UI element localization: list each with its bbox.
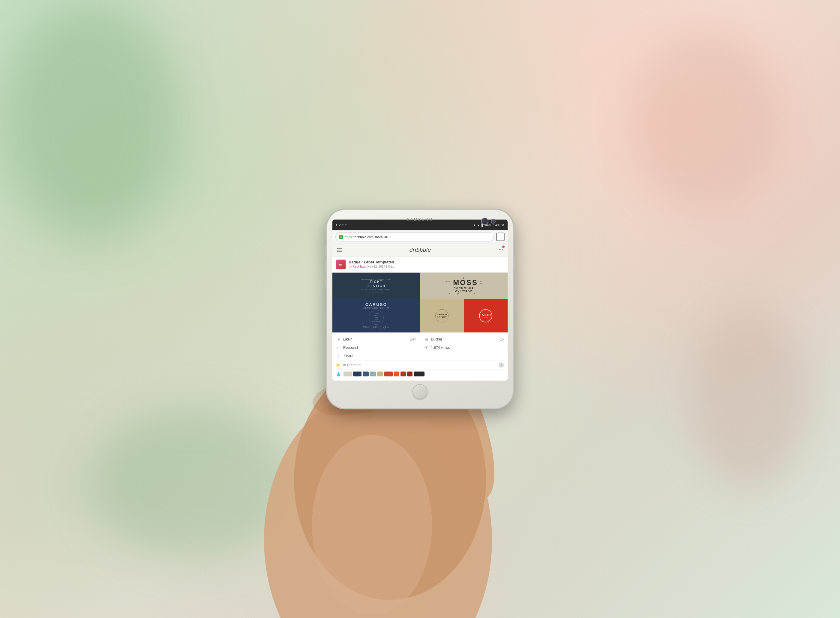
camera-area: [481, 218, 496, 225]
swatch-3: [363, 372, 369, 376]
home-side-button[interactable]: [325, 275, 327, 287]
like-action[interactable]: ♥ Like? 247: [336, 335, 420, 343]
bg-blur-blob-4: [690, 309, 810, 489]
rebound-icon: ↩: [336, 345, 341, 350]
year-04: 04: [480, 282, 482, 285]
eye-icon: 👁: [424, 345, 429, 350]
views-action: 👁 1,674 views: [420, 343, 504, 352]
swatch-1: [343, 372, 352, 376]
moss-sizes: S M L XL: [448, 292, 479, 295]
stich-label: STICH: [373, 284, 386, 287]
notification-dot: [502, 246, 505, 248]
hagen-circle: HAGEN SUPPLY: [479, 309, 492, 322]
url-input-box[interactable]: 🔒 https://dribbble.com/shots/1819: [335, 232, 494, 241]
rebound-views-row: ↩ Rebound 👁 1,674 views: [336, 343, 504, 352]
caruso-title: CARUSO: [365, 302, 387, 307]
badge-caruso: CARUSO HERITAGE DENIM GOOD QUALITY Since…: [332, 299, 420, 333]
dribbble-logo: dribbble: [410, 247, 431, 253]
rebound-action[interactable]: ↩ Rebound: [336, 343, 420, 352]
share-row[interactable]: ↑ Share: [336, 352, 504, 361]
caruso-quality-sub: QUALITY: [372, 314, 381, 316]
moss-title: MOSS: [453, 279, 478, 286]
shot-info: Badge / Label Templates by Raul Taciu No…: [349, 260, 504, 268]
folder-icon: 📁: [336, 363, 341, 367]
caruso-heritage: HERITAGE DENIM: [363, 307, 389, 309]
bg-blur-blob-1: [0, 0, 180, 240]
griffin-title: GRIFFINKNIGHT: [437, 313, 447, 318]
hagen-title: HAGEN: [479, 313, 492, 316]
trademark-label: ® TRADE MARK: [361, 291, 391, 293]
actions-area: ♥ Like? 247 ⊕ Bucket 15 ↩ Rebound: [332, 333, 508, 381]
moss-year-block: 20 04: [480, 281, 482, 285]
bg-blur-blob-2: [630, 30, 780, 210]
volume-up-button[interactable]: [325, 246, 327, 255]
shot-image: ORIGINAL DENIM USA TIGHT ✂ STICH CLOTHIN…: [332, 273, 508, 333]
bg-blur-blob-3: [90, 408, 300, 558]
caruso-authentic: AUTHENTIC: [372, 320, 381, 322]
swatch-5: [377, 372, 383, 376]
user-avatar: RT: [336, 260, 346, 269]
like-bucket-row: ♥ Like? 247 ⊕ Bucket 15: [336, 335, 504, 343]
twitter-icon-2: 𝕥: [345, 223, 347, 226]
author-name[interactable]: Raul Taciu: [353, 265, 367, 268]
hamburger-line-2: [337, 250, 342, 250]
moss-handmade: HANDMADE: [454, 286, 474, 289]
shot-header: RT Badge / Label Templates by Raul Taciu…: [332, 257, 508, 273]
tight-stich-content: ORIGINAL DENIM USA TIGHT ✂ STICH CLOTHIN…: [361, 278, 391, 293]
brand-name: SAMSUNG: [407, 217, 433, 222]
to-label: TO: [445, 282, 451, 285]
clothing-company: CLOTHING COMPANY: [361, 288, 391, 291]
caruso-circle: GOOD QUALITY Since 1978 AUTHENTIC: [369, 310, 384, 325]
swatch-9: [407, 372, 413, 376]
est-label: EST.: [445, 281, 451, 282]
power-button[interactable]: [513, 255, 515, 270]
griffin-badge: GRIFFINKNIGHT: [420, 299, 464, 333]
wifi-icon: ▲: [477, 223, 480, 226]
bucket-action[interactable]: ⊕ Bucket 15: [420, 335, 504, 343]
address-bar: 🔒 https://dribbble.com/shots/1819 5: [332, 230, 508, 244]
status-left-icons: f ↗ 𝕥 𝕥: [336, 223, 347, 226]
rebound-label: Rebound: [343, 346, 358, 350]
premium-row[interactable]: 📁 in Premium ×: [336, 361, 504, 370]
shot-title: Badge / Label Templates: [349, 260, 504, 264]
swatch-8: [401, 372, 406, 376]
moss-est-block: EST. TO: [445, 281, 451, 285]
nav-right-area: 〜: [499, 247, 503, 253]
hamburger-line-1: [337, 248, 342, 249]
swatch-6: [384, 372, 393, 376]
url-display: https://dribbble.com/shots/1819: [345, 235, 390, 239]
phone-bottom: [332, 381, 508, 403]
twitter-icon-1: 𝕥: [342, 223, 344, 226]
swatch-10: [414, 372, 424, 376]
volume-down-button[interactable]: [325, 260, 327, 272]
tight-middle-row: ✂ STICH: [361, 284, 391, 288]
premium-close-button[interactable]: ×: [499, 362, 504, 368]
hamburger-menu[interactable]: [337, 248, 342, 252]
views-count: 1,674 views: [431, 346, 450, 350]
heart-icon: ♥: [336, 337, 341, 342]
phone-screen: f ↗ 𝕥 𝕥 ✦ ▲ ▋ 44% 8:49 PM 🔒: [332, 220, 508, 381]
bucket-label: Bucket: [431, 337, 442, 342]
dribbble-nav-bar: dribbble 〜: [332, 244, 508, 257]
share-icon: ↑: [336, 354, 341, 358]
bucket-icon: ⊕: [424, 337, 429, 342]
url-https: https://: [345, 235, 355, 239]
needle-icon: ✂: [367, 284, 372, 288]
moss-outwear: OUTWEAR: [455, 289, 473, 292]
color-palette: 💧: [336, 370, 504, 378]
home-button[interactable]: [413, 384, 427, 399]
moss-est-row: EST. TO MOSS 20 04: [445, 279, 482, 286]
tight-stich-title: TIGHT: [361, 280, 391, 284]
camera-lens: [481, 218, 488, 225]
palette-icon: 💧: [336, 372, 341, 376]
tab-count-button[interactable]: 5: [496, 233, 505, 241]
badge-moss: 2 EST. TO MOSS 20 04 HANDMADE OUTWEAR: [420, 273, 508, 299]
year-20: 20: [480, 281, 482, 282]
url-domain: dribbble.com/shots/1819: [355, 235, 390, 239]
bucket-count: 15: [500, 337, 504, 342]
like-label: Like?: [343, 337, 352, 342]
caruso-inner: GOOD QUALITY Since 1978 AUTHENTIC: [372, 312, 381, 322]
caruso-bottom: T·R·D ── M·R·K: [367, 328, 386, 330]
ssl-lock-icon: 🔒: [339, 235, 343, 239]
caruso-crafted: CRAFTED IN USA: [363, 326, 389, 328]
